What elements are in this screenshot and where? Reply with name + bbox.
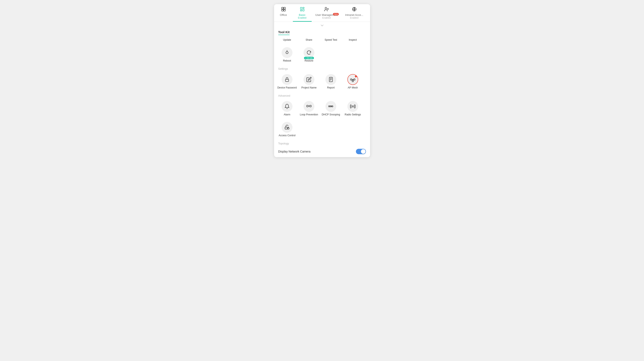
office-icon	[281, 7, 286, 13]
restore-icon-circle: ↕ On-site	[304, 47, 314, 58]
toolkit-inspect[interactable]: Inspect	[342, 37, 364, 43]
topology-category-label: Topology	[274, 140, 370, 146]
svg-rect-3	[284, 9, 285, 11]
toolkit-restore[interactable]: ↕ On-site Restore	[298, 45, 320, 64]
ap-mesh-dot	[355, 75, 357, 77]
lock-icon	[284, 77, 290, 82]
toolkit-section-title-row: Tool Kit	[274, 28, 370, 35]
restore-icon	[306, 50, 312, 55]
tab-office[interactable]: Office	[274, 5, 293, 22]
svg-rect-13	[329, 77, 332, 82]
chevron-down[interactable]	[274, 22, 370, 28]
tab-office-label: Office	[280, 13, 287, 16]
toggle-knob	[361, 149, 366, 154]
settings-category-label: Settings	[274, 65, 370, 71]
speed-test-label: Speed Test	[324, 38, 337, 41]
svg-rect-31	[288, 128, 289, 129]
svg-rect-12	[285, 79, 288, 82]
svg-point-8	[325, 7, 327, 9]
display-network-camera-label: Display Network Camera	[278, 150, 310, 153]
svg-point-10	[286, 51, 288, 54]
project-name-label: Project Name	[302, 86, 317, 89]
svg-rect-19	[352, 80, 354, 82]
svg-rect-23	[310, 105, 311, 107]
tab-intranet-sublabel: Enabled	[350, 16, 358, 19]
project-name-item[interactable]: Project Name	[298, 72, 320, 91]
report-icon-circle	[326, 74, 336, 85]
svg-rect-5	[303, 7, 304, 8]
loop-prevention-label: Loop Prevention	[300, 113, 318, 116]
toolkit-speed-test[interactable]: Speed Test	[320, 37, 342, 43]
new-badge: New	[333, 13, 339, 15]
toolkit-update[interactable]: Update	[276, 37, 298, 43]
access-control-icon	[284, 125, 290, 130]
dhcp-icon	[328, 104, 334, 109]
tab-intranet-access[interactable]: Intranet Acce... Enabled	[341, 5, 367, 22]
tab-basic-label: Basic	[299, 13, 306, 16]
restore-label: Restore	[304, 59, 313, 62]
radio-settings-icon-circle	[347, 101, 358, 112]
update-label: Update	[283, 38, 291, 41]
basic-icon	[300, 7, 305, 13]
reboot-icon-circle	[282, 47, 292, 58]
alarm-icon-circle	[282, 101, 292, 112]
loop-prevention-icon	[306, 104, 312, 109]
reboot-icon	[284, 50, 290, 55]
device-password-item[interactable]: Device Password	[276, 72, 298, 91]
toolkit-reboot[interactable]: Reboot	[276, 45, 298, 64]
settings-icon-row: Device Password Project Name Report	[274, 71, 370, 92]
alarm-icon	[284, 104, 290, 109]
dhcp-snooping-item[interactable]: DHCP Snooping	[320, 99, 342, 118]
svg-point-29	[352, 106, 354, 107]
project-name-icon-circle	[304, 74, 314, 85]
report-icon	[328, 77, 334, 82]
advanced-row2: Access Control	[274, 119, 370, 140]
display-network-camera-toggle[interactable]	[356, 149, 366, 154]
on-site-tag: ↕ On-site	[304, 57, 314, 59]
tab-user-management-sublabel: Enabled	[322, 16, 331, 19]
reboot-label: Reboot	[283, 59, 291, 62]
dhcp-snooping-label: DHCP Snooping	[322, 113, 340, 116]
svg-rect-17	[350, 79, 352, 80]
report-label: Report	[327, 86, 335, 89]
toolkit-icon-row: Reboot ↕ On-site Restore	[274, 44, 370, 65]
radio-settings-label: Radio Settings	[345, 113, 361, 116]
svg-rect-7	[300, 10, 302, 11]
toolkit-share[interactable]: Share	[298, 37, 320, 43]
svg-rect-30	[285, 127, 287, 129]
svg-rect-2	[282, 9, 283, 11]
alarm-item[interactable]: Alarm	[276, 99, 298, 118]
toolkit-text-row: Update Share Speed Test Inspect	[274, 35, 370, 44]
dhcp-snooping-icon-circle	[326, 101, 336, 112]
advanced-category-label: Advanced	[274, 92, 370, 98]
radio-settings-item[interactable]: Radio Settings	[342, 99, 364, 118]
inspect-label: Inspect	[349, 38, 357, 41]
svg-rect-1	[284, 7, 285, 9]
tab-user-management[interactable]: User Management New Enabled	[312, 5, 342, 22]
device-password-label: Device Password	[278, 86, 297, 89]
radio-icon	[350, 104, 356, 109]
ap-mesh-icon	[350, 77, 356, 82]
toolkit-section-title: Tool Kit	[278, 30, 290, 35]
user-mgmt-icon	[324, 7, 329, 13]
loop-prevention-item[interactable]: Loop Prevention	[298, 99, 320, 118]
ap-mesh-icon-circle	[347, 74, 358, 85]
loop-prevention-icon-circle	[304, 101, 314, 112]
access-control-item[interactable]: Access Control	[276, 120, 298, 139]
ap-mesh-label: AP Mesh	[348, 86, 358, 89]
tab-intranet-label: Intranet Acce...	[345, 13, 363, 16]
display-network-camera-row: Display Network Camera	[274, 146, 370, 157]
tab-bar: Office Basic Enabled	[274, 4, 370, 22]
device-password-icon-circle	[282, 74, 292, 85]
alarm-label: Alarm	[284, 113, 290, 116]
ap-mesh-item[interactable]: AP Mesh	[342, 72, 364, 91]
svg-rect-6	[303, 9, 304, 11]
tab-basic[interactable]: Basic Enabled	[293, 5, 312, 22]
svg-rect-18	[354, 79, 355, 80]
edit-icon	[306, 77, 312, 82]
advanced-icon-row: Alarm Loop Prevention	[274, 98, 370, 119]
tab-basic-sublabel: Enabled	[298, 16, 306, 19]
main-container: Office Basic Enabled	[274, 4, 370, 157]
report-item[interactable]: Report	[320, 72, 342, 91]
access-control-label: Access Control	[279, 134, 296, 137]
